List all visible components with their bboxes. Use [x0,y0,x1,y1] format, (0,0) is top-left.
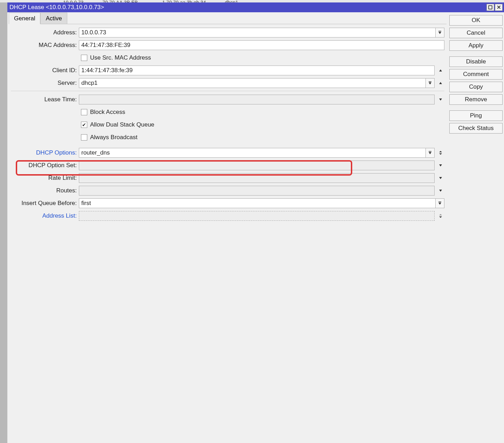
label-routes: Routes: [11,187,79,194]
svg-marker-17 [439,214,442,216]
svg-rect-1 [438,31,441,32]
leasetime-input[interactable] [79,95,435,104]
label-dhcp-options: DHCP Options: [11,149,79,156]
svg-marker-18 [439,217,442,218]
use-src-mac-label: Use Src. MAC Address [90,54,151,61]
always-broadcast-checkbox[interactable] [81,134,87,141]
label-dhcp-option-set: DHCP Option Set: [11,162,79,169]
address-list-stepper[interactable] [437,211,444,221]
ping-button[interactable]: Ping [449,110,503,121]
ok-button[interactable]: OK [449,15,503,26]
svg-marker-12 [439,164,442,166]
tab-bar: General Active [9,12,447,24]
address-dropdown-icon[interactable] [435,28,444,38]
dhcp-options-dropdown-icon[interactable] [425,148,435,158]
check-status-button[interactable]: Check Status [449,123,503,134]
allow-dual-label: Allow Dual Stack Queue [90,121,154,128]
svg-rect-0 [489,6,492,9]
svg-marker-9 [429,152,431,154]
apply-button[interactable]: Apply [449,40,503,51]
server-dropdown-icon[interactable] [425,78,435,88]
address-list-input[interactable] [79,211,435,221]
routes-expand-icon[interactable] [437,187,444,195]
label-insert-queue-before: Insert Queue Before: [11,200,79,207]
clientid-input[interactable] [79,66,435,75]
dhcp-option-set-input[interactable] [79,161,435,170]
dhcp-options-stepper[interactable] [437,148,444,158]
use-src-mac-checkbox[interactable] [81,55,87,61]
copy-button[interactable]: Copy [449,82,503,92]
insert-queue-before-dropdown-icon[interactable] [435,198,444,208]
svg-marker-6 [439,82,442,84]
remove-button[interactable]: Remove [449,94,503,105]
svg-marker-5 [429,82,431,84]
maximize-button[interactable] [486,4,494,11]
close-button[interactable]: ✕ [495,4,503,11]
label-rate-limit: Rate Limit: [11,175,79,182]
mac-input[interactable] [79,40,444,50]
disable-button[interactable]: Disable [449,56,503,67]
label-leasetime: Lease Time: [11,96,79,103]
tab-active[interactable]: Active [40,13,67,24]
svg-marker-10 [439,151,442,152]
dhcp-lease-window: DHCP Lease <10.0.0.73,10.0.0.73> ✕ Gener… [7,2,504,443]
block-access-checkbox[interactable] [81,109,87,115]
label-mac: MAC Address: [11,42,79,49]
label-server: Server: [11,80,79,87]
dhcp-options-input[interactable] [79,148,426,158]
tab-general[interactable]: General [9,13,40,24]
clientid-collapse-icon[interactable] [437,67,444,74]
cancel-button[interactable]: Cancel [449,28,503,38]
left-strip [0,2,7,443]
address-input[interactable] [79,28,436,38]
background-row: 10.0.0.73 70.70.AA.3B.EB.... 1.70.70.aa.… [0,0,504,2]
window-title: DHCP Lease <10.0.0.73,10.0.0.73> [9,4,486,11]
rate-limit-input[interactable] [79,173,435,183]
svg-marker-13 [439,177,442,179]
svg-marker-14 [439,190,442,192]
rate-limit-expand-icon[interactable] [437,174,444,182]
dhcp-option-set-expand-icon[interactable] [437,162,444,169]
svg-rect-15 [438,202,441,202]
comment-button[interactable]: Comment [449,69,503,80]
server-collapse-icon[interactable] [437,79,444,87]
svg-marker-3 [439,69,442,71]
svg-marker-16 [438,203,441,205]
svg-rect-4 [429,81,431,82]
server-input[interactable] [79,78,426,88]
svg-marker-7 [439,98,442,101]
routes-input[interactable] [79,186,435,196]
label-address-list: Address List: [11,212,79,219]
leasetime-expand-icon[interactable] [437,96,444,103]
svg-marker-11 [439,154,442,155]
insert-queue-before-input[interactable] [79,198,436,208]
svg-marker-2 [438,32,441,34]
svg-rect-8 [429,151,431,152]
titlebar: DHCP Lease <10.0.0.73,10.0.0.73> ✕ [7,2,504,12]
label-address: Address: [11,29,79,36]
always-broadcast-label: Always Broadcast [90,134,137,141]
divider-1 [11,91,444,91]
label-clientid: Client ID: [11,67,79,74]
allow-dual-checkbox[interactable]: ✔ [81,122,87,128]
block-access-label: Block Access [90,109,125,116]
